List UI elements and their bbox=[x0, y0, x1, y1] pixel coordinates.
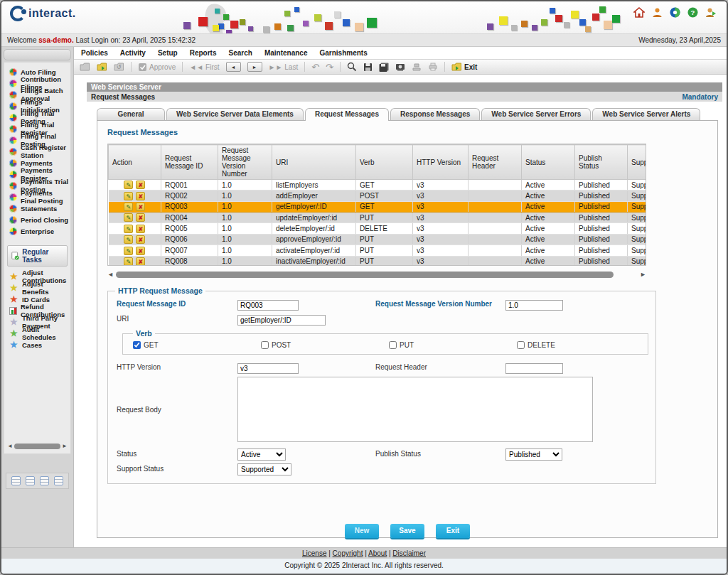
publish-status-select[interactable]: Published bbox=[505, 448, 562, 461]
open-new-button[interactable] bbox=[97, 63, 107, 72]
user-icon[interactable] bbox=[652, 7, 663, 18]
delete-icon[interactable]: ✘ bbox=[136, 247, 145, 255]
publish-button[interactable] bbox=[395, 63, 405, 72]
table-row[interactable]: ✎✘RQ0011.0listEmployersGETv3ActivePublis… bbox=[109, 180, 647, 190]
footer-link-disclaimer[interactable]: Disclaimer bbox=[392, 549, 426, 557]
table-row[interactable]: ✎✘RQ0041.0updateEmployer/:idPUTv3ActiveP… bbox=[109, 213, 647, 223]
globe-icon[interactable] bbox=[670, 7, 680, 18]
tab-request-messages[interactable]: Request Messages bbox=[305, 108, 389, 121]
new-button[interactable]: New bbox=[345, 524, 379, 538]
approve-button[interactable]: Approve bbox=[138, 63, 176, 72]
uri-field[interactable] bbox=[237, 315, 326, 326]
view-button-3[interactable] bbox=[40, 476, 49, 485]
table-row[interactable]: ✎✘RQ0031.0getEmployer/:IDGETv3ActivePubl… bbox=[109, 201, 647, 212]
table-row[interactable]: ✎✘RQ0071.0activateEmployer/:idPUTv3Activ… bbox=[109, 245, 647, 256]
next-record-button[interactable]: ► bbox=[247, 62, 262, 72]
verb-checkbox-post[interactable] bbox=[261, 341, 269, 349]
delete-icon[interactable]: ✘ bbox=[136, 213, 145, 222]
scroll-left-arrow-icon[interactable]: ◄ bbox=[7, 444, 13, 449]
task-item-audit-schedules[interactable]: ★Audit Schedules bbox=[4, 328, 70, 339]
menu-item-activity[interactable]: Activity bbox=[120, 49, 146, 57]
tab-web-service-server-errors[interactable]: Web Service Server Errors bbox=[481, 108, 591, 120]
redo-button[interactable]: ↷ bbox=[326, 62, 333, 72]
delete-icon[interactable]: ✘ bbox=[136, 235, 145, 244]
task-item-adjust-benefits[interactable]: ★Adjust Benefits bbox=[4, 282, 70, 294]
table-row[interactable]: ✎✘RQ0051.0deleteEmployer/:idDELETEv3Acti… bbox=[109, 223, 647, 234]
request-header-field[interactable] bbox=[505, 363, 563, 374]
scroll-left-arrow-icon[interactable]: ◄ bbox=[107, 271, 114, 278]
exit-button[interactable]: Exit bbox=[436, 524, 470, 538]
status-select[interactable]: Active bbox=[237, 448, 286, 461]
scrollbar-thumb[interactable] bbox=[116, 272, 614, 278]
home-icon[interactable] bbox=[633, 7, 645, 18]
menu-item-garnishments[interactable]: Garnishments bbox=[319, 49, 367, 57]
refresh-button[interactable]: ↺ bbox=[114, 63, 124, 71]
save-all-button[interactable] bbox=[379, 63, 389, 72]
open-button[interactable] bbox=[80, 63, 90, 71]
delete-icon[interactable]: ✘ bbox=[136, 192, 145, 200]
view-button-2[interactable] bbox=[26, 476, 35, 485]
verb-checkbox-get[interactable] bbox=[133, 341, 141, 349]
first-record-button[interactable]: ◄◄First bbox=[189, 63, 219, 71]
previous-record-button[interactable]: ◄ bbox=[226, 62, 241, 72]
undo-button[interactable]: ↶ bbox=[311, 62, 319, 72]
save-button-toolbar[interactable] bbox=[363, 63, 373, 72]
exit-button-toolbar[interactable]: Exit bbox=[451, 63, 477, 72]
delete-icon[interactable]: ✘ bbox=[136, 203, 145, 211]
help-icon[interactable]: ? bbox=[687, 7, 698, 18]
sidebar-item-enterprise[interactable]: Enterprise bbox=[4, 225, 70, 237]
edit-icon[interactable]: ✎ bbox=[124, 181, 133, 189]
delete-icon[interactable]: ✘ bbox=[136, 181, 145, 189]
edit-icon[interactable]: ✎ bbox=[124, 257, 133, 266]
footer-link-copyright[interactable]: Copyright bbox=[333, 549, 363, 557]
sidebar-item-cash-register-station[interactable]: Cash Register Station bbox=[4, 146, 70, 157]
table-horizontal-scrollbar[interactable]: ◄ ► bbox=[107, 271, 646, 278]
delete-icon[interactable]: ✘ bbox=[136, 257, 145, 266]
request-message-version-field[interactable] bbox=[505, 300, 563, 311]
edit-icon[interactable]: ✎ bbox=[124, 225, 133, 233]
edit-icon[interactable]: ✎ bbox=[124, 235, 133, 244]
view-button-4[interactable] bbox=[54, 476, 63, 485]
footer-link-license[interactable]: License bbox=[302, 549, 326, 557]
edit-icon[interactable]: ✎ bbox=[124, 247, 133, 255]
verb-option-delete[interactable]: DELETE bbox=[517, 341, 645, 349]
sidebar-collapsed-header[interactable] bbox=[4, 49, 71, 60]
last-record-button[interactable]: ►►Last bbox=[269, 63, 299, 71]
support-status-select[interactable]: Supported bbox=[237, 463, 291, 475]
edit-icon[interactable]: ✎ bbox=[124, 192, 133, 200]
request-message-id-field[interactable] bbox=[237, 300, 299, 311]
table-row[interactable]: ✎✘RQ0081.0inactivateEmployer/:idPUTv3Act… bbox=[109, 256, 647, 266]
edit-icon[interactable]: ✎ bbox=[124, 203, 133, 211]
logout-icon[interactable] bbox=[705, 7, 717, 18]
verb-option-get[interactable]: GET bbox=[133, 341, 261, 349]
tab-general[interactable]: General bbox=[97, 108, 165, 120]
scroll-right-arrow-icon[interactable]: ► bbox=[640, 271, 646, 278]
scrollbar-thumb[interactable] bbox=[14, 444, 60, 449]
sidebar-horizontal-scrollbar[interactable]: ◄ ► bbox=[7, 444, 68, 449]
save-button[interactable]: Save bbox=[390, 524, 424, 538]
edit-icon[interactable]: ✎ bbox=[124, 213, 133, 222]
print-button[interactable] bbox=[428, 63, 438, 71]
menu-item-setup[interactable]: Setup bbox=[158, 49, 178, 57]
menu-item-maintenance[interactable]: Maintenance bbox=[264, 49, 308, 57]
tab-response-messages[interactable]: Response Messages bbox=[390, 108, 480, 120]
tab-web-service-server-data-elements[interactable]: Web Service Server Data Elements bbox=[166, 108, 304, 120]
footer-link-about[interactable]: About bbox=[368, 549, 387, 557]
verb-option-post[interactable]: POST bbox=[261, 341, 389, 349]
view-button-1[interactable] bbox=[11, 476, 21, 485]
table-row[interactable]: ✎✘RQ0061.0approveEmployer/:idPUTv3Active… bbox=[109, 234, 647, 244]
delete-icon[interactable]: ✘ bbox=[136, 225, 145, 233]
sidebar-item-period-closing[interactable]: Period Closing bbox=[4, 214, 70, 225]
table-row[interactable]: ✎✘RQ0021.0addEmployerPOSTv3ActivePublish… bbox=[109, 190, 647, 201]
menu-item-policies[interactable]: Policies bbox=[81, 49, 108, 57]
preview-button[interactable] bbox=[347, 62, 357, 72]
verb-checkbox-put[interactable] bbox=[389, 341, 397, 349]
request-body-textarea[interactable] bbox=[237, 377, 593, 442]
sidebar-item-payments-final-posting[interactable]: Payments Final Posting bbox=[4, 191, 70, 203]
menu-item-reports[interactable]: Reports bbox=[190, 49, 217, 57]
menu-item-search[interactable]: Search bbox=[229, 49, 252, 57]
tab-web-service-server-alerts[interactable]: Web Service Server Alerts bbox=[592, 108, 700, 120]
http-version-field[interactable] bbox=[237, 363, 299, 374]
verb-option-put[interactable]: PUT bbox=[389, 341, 517, 349]
stamp-button[interactable] bbox=[412, 63, 422, 72]
